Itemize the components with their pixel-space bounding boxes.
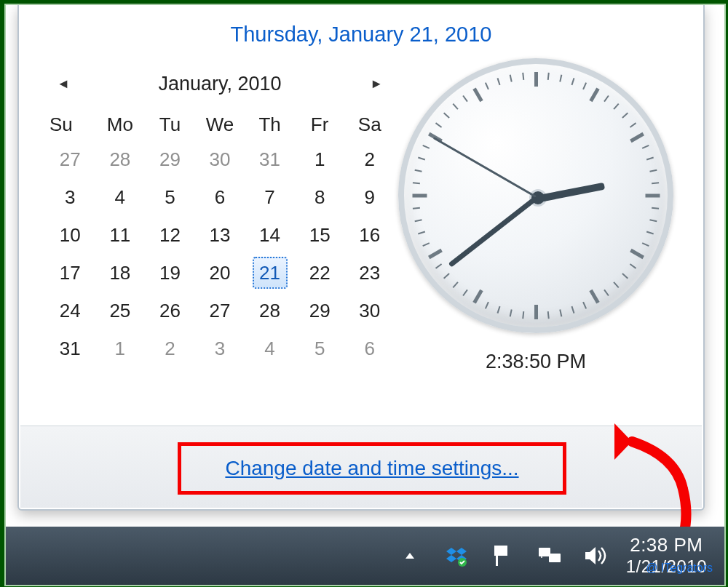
- taskbar-time: 2:38 PM: [626, 534, 707, 556]
- calendar-day[interactable]: 25: [95, 292, 146, 330]
- calendar-day[interactable]: 30: [344, 292, 395, 330]
- change-date-time-link[interactable]: Change date and time settings...: [225, 457, 518, 480]
- calendar-dow: Tu: [145, 108, 195, 140]
- calendar-day[interactable]: 23: [344, 254, 395, 292]
- clock-tick: [547, 311, 550, 319]
- svg-marker-3: [446, 548, 456, 555]
- clock-tick: [646, 231, 654, 234]
- clock-tick: [559, 75, 562, 82]
- calendar-day[interactable]: 6: [344, 330, 395, 367]
- current-full-date: Thursday, January 21, 2010: [231, 23, 492, 46]
- volume-icon[interactable]: [584, 543, 609, 568]
- calendar-day[interactable]: 12: [145, 216, 195, 254]
- clock-panel: 2:38:50 PM: [395, 63, 677, 373]
- calendar-day[interactable]: 19: [145, 254, 195, 292]
- calendar-day[interactable]: 28: [245, 292, 295, 330]
- clock-tick: [589, 88, 599, 103]
- flyout-footer: Change date and time settings...: [20, 426, 702, 508]
- clock-tick: [435, 263, 442, 268]
- clock-tick: [646, 157, 654, 161]
- clock-tick: [443, 273, 450, 279]
- calendar: ◄ January, 2010 ► SuMoTuWeThFrSa27282930…: [45, 63, 395, 373]
- calendar-day[interactable]: 3: [45, 178, 95, 216]
- show-hidden-icons[interactable]: [397, 543, 422, 568]
- digital-time: 2:38:50 PM: [486, 351, 586, 373]
- calendar-day[interactable]: 27: [45, 140, 95, 178]
- calendar-day[interactable]: 4: [245, 330, 295, 367]
- calendar-day[interactable]: 4: [95, 178, 146, 216]
- calendar-day[interactable]: 31: [45, 330, 95, 367]
- clock-tick: [422, 145, 430, 149]
- clock-tick: [413, 207, 420, 209]
- calendar-day[interactable]: 2: [145, 330, 195, 367]
- calendar-day[interactable]: 27: [195, 292, 245, 330]
- svg-rect-9: [496, 554, 498, 566]
- network-icon[interactable]: [537, 543, 562, 568]
- calendar-day[interactable]: 20: [195, 254, 245, 292]
- clock-second-hand: [433, 137, 537, 198]
- clock-tick: [418, 157, 425, 161]
- calendar-day[interactable]: 18: [95, 254, 146, 292]
- clock-tick: [413, 182, 420, 184]
- svg-rect-8: [494, 546, 507, 556]
- calendar-day[interactable]: 1: [95, 330, 146, 367]
- calendar-dow: Mo: [95, 108, 146, 140]
- clock-tick: [428, 249, 443, 259]
- calendar-day[interactable]: 22: [295, 254, 345, 292]
- clock-tick: [582, 302, 587, 309]
- screenshot-frame: Thursday, January 21, 2010 ◄ January, 20…: [4, 4, 726, 586]
- clock-tick: [418, 231, 425, 234]
- calendar-day[interactable]: 24: [45, 292, 95, 330]
- clock-tick: [630, 249, 644, 259]
- calendar-day[interactable]: 5: [295, 330, 345, 367]
- calendar-day[interactable]: 17: [45, 254, 95, 292]
- calendar-day[interactable]: 3: [195, 330, 245, 367]
- prev-month-button[interactable]: ◄: [57, 76, 70, 92]
- calendar-day[interactable]: 6: [195, 178, 245, 216]
- calendar-day[interactable]: 13: [195, 216, 245, 254]
- clock-tick: [604, 95, 609, 102]
- calendar-day[interactable]: 16: [344, 216, 395, 254]
- calendar-day[interactable]: 15: [295, 216, 345, 254]
- calendar-day[interactable]: 30: [195, 140, 245, 178]
- clock-tick: [652, 182, 659, 184]
- calendar-day[interactable]: 5: [145, 178, 195, 216]
- calendar-day[interactable]: 26: [145, 292, 195, 330]
- calendar-dow: Su: [45, 108, 95, 140]
- clock-tick: [534, 72, 538, 87]
- calendar-day[interactable]: 14: [245, 216, 295, 254]
- clock-tick: [630, 132, 644, 143]
- calendar-day[interactable]: 8: [295, 178, 345, 216]
- calendar-day[interactable]: 29: [295, 292, 345, 330]
- analog-clock: [398, 58, 673, 333]
- clock-tick: [422, 242, 430, 247]
- clock-tick: [559, 309, 562, 316]
- calendar-day[interactable]: 7: [245, 178, 295, 216]
- calendar-day[interactable]: 1: [295, 140, 345, 178]
- next-month-button[interactable]: ►: [370, 76, 383, 92]
- clock-tick: [472, 88, 483, 103]
- calendar-day[interactable]: 31: [245, 140, 295, 178]
- clock-tick: [642, 145, 649, 149]
- calendar-day[interactable]: 10: [45, 216, 95, 254]
- clock-tick: [453, 103, 459, 110]
- clock-tick: [412, 194, 427, 198]
- calendar-month-label[interactable]: January, 2010: [158, 73, 281, 95]
- calendar-day-selected[interactable]: 21: [245, 254, 295, 292]
- clock-tick: [462, 289, 467, 296]
- dropbox-icon[interactable]: [444, 543, 469, 568]
- clock-tick: [589, 289, 599, 304]
- calendar-day[interactable]: 11: [95, 216, 146, 254]
- clock-tick: [522, 311, 524, 319]
- clock-tick: [485, 82, 489, 89]
- calendar-dow: Th: [245, 108, 295, 140]
- action-center-icon[interactable]: [491, 543, 515, 568]
- calendar-day[interactable]: 29: [145, 140, 195, 178]
- clock-tick: [534, 305, 538, 319]
- calendar-day[interactable]: 9: [344, 178, 395, 216]
- calendar-day[interactable]: 2: [344, 140, 395, 178]
- clock-tick: [485, 302, 489, 309]
- calendar-grid: SuMoTuWeThFrSa27282930311234567891011121…: [45, 108, 395, 367]
- calendar-day[interactable]: 28: [95, 140, 146, 178]
- flyout-body: ◄ January, 2010 ► SuMoTuWeThFrSa27282930…: [19, 47, 703, 373]
